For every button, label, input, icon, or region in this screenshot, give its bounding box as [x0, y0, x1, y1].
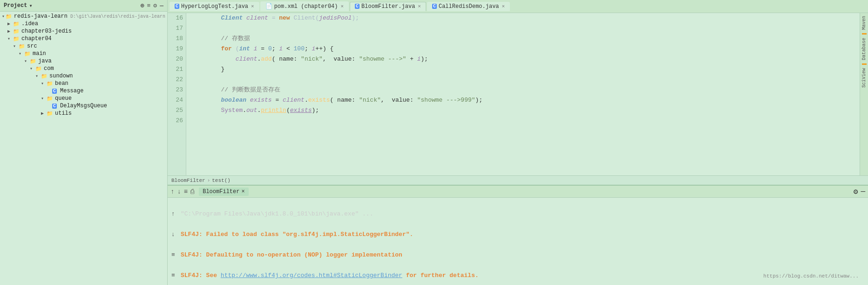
- console-text-2: SLF4J: Failed to load class "org.slf4j.i…: [181, 229, 413, 240]
- ch03-folder-icon: 📁: [13, 28, 20, 35]
- tree-item-src[interactable]: ▾ 📁 src: [0, 42, 167, 50]
- tree-item-main[interactable]: ▾ 📁 main: [0, 50, 167, 57]
- console-text-1: "C:\Program Files\Java\jdk1.8.0_101\bin\…: [181, 209, 373, 219]
- line-num-25: 25: [168, 105, 183, 116]
- minimize-icon[interactable]: —: [160, 2, 163, 9]
- database-label[interactable]: Database: [861, 36, 868, 62]
- tree-item-sundown[interactable]: ▾ 📁 sundown: [0, 72, 167, 80]
- project-dropdown-icon[interactable]: ▾: [29, 2, 32, 9]
- bottom-tab-close[interactable]: ×: [241, 188, 244, 195]
- maven-label[interactable]: Maven: [861, 14, 868, 32]
- console-text-4-after: for further details.: [402, 271, 479, 281]
- callredis-java-icon: C: [432, 4, 437, 9]
- src-arrow: ▾: [13, 43, 19, 49]
- tab-hyperloglog[interactable]: C HyperLogLogTest.java ×: [170, 2, 259, 11]
- tree-item-com[interactable]: ▾ 📁 com: [0, 65, 167, 72]
- tab-pom-close[interactable]: ×: [340, 4, 344, 9]
- breadcrumb-sep: ›: [207, 178, 210, 183]
- tabs-bar: C HyperLogLogTest.java × 📄 pom.xml (chap…: [168, 0, 868, 13]
- tree-item-root[interactable]: ▾ 📁 redis-java-learn D:\git\Java\redis\r…: [0, 13, 167, 20]
- main-arrow: ▾: [19, 51, 24, 56]
- prefix-down: ↓: [171, 229, 181, 240]
- layout-icon[interactable]: ≡: [147, 2, 151, 9]
- project-label: Project: [4, 2, 27, 9]
- bottom-tab-bloomfilter[interactable]: BloomFilter ×: [199, 188, 248, 196]
- line-num-18: 18: [168, 34, 183, 44]
- line-num-16: 16: [168, 13, 183, 23]
- breadcrumb-bloomfilter[interactable]: BloomFilter: [171, 178, 205, 183]
- line-num-20: 20: [168, 54, 183, 64]
- tab-callredis[interactable]: C CallRedisDemo.java ×: [427, 2, 510, 11]
- breadcrumb-test[interactable]: test(): [212, 178, 231, 183]
- tree-item-java[interactable]: ▾ 📁 java: [0, 57, 167, 65]
- code-content[interactable]: Client client = new Client(jedisPool); /…: [186, 13, 860, 175]
- tree-item-message[interactable]: C Message: [0, 87, 167, 95]
- line-numbers: 16 17 18 19 20 21 22 23 24 25 26: [168, 13, 186, 175]
- tree-item-utils[interactable]: ▶ 📁 utils: [0, 110, 167, 117]
- idea-arrow: ▶: [7, 21, 13, 27]
- bottom-settings-icon[interactable]: ⚙: [854, 187, 858, 196]
- queue-folder-icon: 📁: [47, 96, 53, 102]
- console-up-icon[interactable]: ↑: [170, 188, 174, 195]
- sidebar: Project ▾ ⊕ ≡ ⚙ — ▾ 📁 redis-java-learn D…: [0, 0, 168, 285]
- line-num-23: 23: [168, 85, 183, 95]
- sciview-label[interactable]: SciView: [861, 66, 868, 90]
- ch04-arrow: ▾: [7, 36, 13, 42]
- editor-bottom-wrapper: 16 17 18 19 20 21 22 23 24 25 26 Client …: [168, 13, 868, 285]
- tree-item-delaymsgqueue[interactable]: C DelayMsgsQueue: [0, 102, 167, 110]
- settings-icon[interactable]: ⚙: [153, 2, 157, 9]
- right-panel: Maven Database SciView: [860, 13, 868, 175]
- root-folder-icon: 📁: [6, 14, 12, 20]
- tab-hyperloglog-close[interactable]: ×: [251, 4, 254, 9]
- com-folder-icon: 📁: [35, 66, 42, 72]
- console-line-3: ≡ SLF4J: Defaulting to no-operation (NOP…: [171, 250, 864, 260]
- tree-item-bean[interactable]: ▾ 📁 bean: [0, 80, 167, 87]
- tree-item-ch03[interactable]: ▶ 📁 chapter03-jedis: [0, 28, 167, 35]
- bottom-minimize-icon[interactable]: —: [861, 188, 865, 196]
- console-down-icon[interactable]: ↓: [177, 188, 181, 195]
- console-line-1: ↑ "C:\Program Files\Java\jdk1.8.0_101\bi…: [171, 209, 864, 219]
- breadcrumb-bar: BloomFilter › test(): [168, 175, 868, 185]
- tab-pom-label: pom.xml (chapter04): [274, 3, 338, 10]
- tree-item-ch04[interactable]: ▾ 📁 chapter04: [0, 35, 167, 42]
- console-filter-icon[interactable]: ≡: [184, 188, 188, 195]
- tab-callredis-close[interactable]: ×: [502, 4, 505, 9]
- console-print-icon[interactable]: ⎙: [190, 188, 194, 195]
- tab-bloomfilter[interactable]: C BloomFilter.java ×: [350, 2, 426, 11]
- sidebar-header: Project ▾ ⊕ ≡ ⚙ —: [0, 0, 167, 12]
- bottom-tab-label: BloomFilter: [203, 188, 239, 195]
- sundown-folder-icon: 📁: [41, 73, 47, 79]
- java-label: java: [38, 58, 52, 64]
- bloomfilter-java-icon: C: [355, 4, 359, 9]
- main-area: C HyperLogLogTest.java × 📄 pom.xml (chap…: [168, 0, 868, 285]
- bean-arrow: ▾: [41, 81, 47, 86]
- main-folder-icon: 📁: [24, 51, 31, 57]
- console-link[interactable]: http://www.slf4j.org/codes.html#StaticLo…: [221, 271, 402, 281]
- root-path: D:\git\Java\redis\redis-java-learn: [70, 14, 165, 19]
- delaymsg-label: DelayMsgsQueue: [60, 103, 107, 109]
- queue-label: queue: [55, 95, 72, 102]
- console-line-2: ↓ SLF4J: Failed to load class "org.slf4j…: [171, 229, 864, 240]
- tab-bloomfilter-close[interactable]: ×: [418, 4, 421, 9]
- com-arrow: ▾: [30, 66, 35, 71]
- java-arrow: ▾: [24, 58, 30, 64]
- scrollbar-marker-1: [862, 33, 867, 35]
- editor-area: 16 17 18 19 20 21 22 23 24 25 26 Client …: [168, 13, 868, 175]
- prefix-up: ↑: [171, 209, 181, 219]
- bean-label: bean: [55, 80, 68, 87]
- bottom-panel: ↑ ↓ ≡ ⎙ BloomFilter × ⚙ — ↑ "C:\Program …: [168, 185, 868, 285]
- add-icon[interactable]: ⊕: [141, 2, 144, 9]
- watermark: https://blog.csdn.net/ditwaw...: [763, 271, 859, 281]
- tab-pom[interactable]: 📄 pom.xml (chapter04) ×: [260, 1, 349, 11]
- tree-item-queue[interactable]: ▾ 📁 queue: [0, 95, 167, 102]
- tree-item-idea[interactable]: ▶ 📁 .idea: [0, 20, 167, 28]
- ch04-label: chapter04: [21, 35, 52, 42]
- utils-label: utils: [55, 110, 72, 117]
- bean-folder-icon: 📁: [47, 81, 53, 87]
- src-folder-icon: 📁: [19, 43, 25, 49]
- src-label: src: [27, 43, 37, 49]
- ch03-arrow: ▶: [7, 28, 13, 34]
- root-label: redis-java-learn: [14, 13, 68, 20]
- main-label: main: [33, 50, 46, 57]
- bottom-content[interactable]: ↑ "C:\Program Files\Java\jdk1.8.0_101\bi…: [168, 198, 868, 285]
